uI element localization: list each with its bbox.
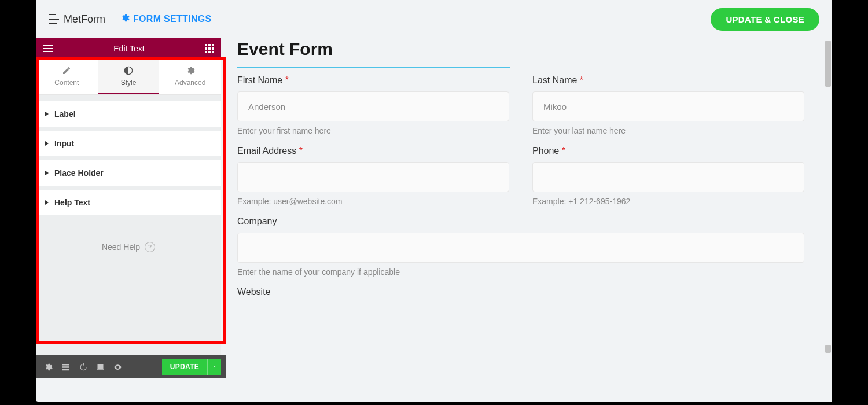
tab-style-label: Style <box>121 79 137 87</box>
update-options-button[interactable] <box>207 359 221 375</box>
first-name-label: First Name * <box>237 75 509 86</box>
email-input[interactable] <box>237 162 509 192</box>
tab-content[interactable]: Content <box>36 59 98 94</box>
form-preview: Event Form First Name * Enter your first… <box>237 38 832 402</box>
tab-style[interactable]: Style <box>98 59 160 94</box>
label-text: First Name <box>237 75 282 85</box>
phone-input[interactable] <box>532 162 804 192</box>
modal-header: MetForm FORM SETTINGS UPDATE & CLOSE <box>36 0 832 38</box>
responsive-icon[interactable] <box>91 355 109 378</box>
last-name-help: Enter your last name here <box>532 126 804 135</box>
caret-right-icon <box>45 200 49 205</box>
update-and-close-button[interactable]: UPDATE & CLOSE <box>711 8 819 31</box>
field-email[interactable]: Email Address * Example: user@website.co… <box>237 146 509 206</box>
company-help: Enter the name of your company if applic… <box>237 267 804 277</box>
panel-tabs: Content Style Advanced <box>36 59 221 95</box>
phone-help: Example: +1 212-695-1962 <box>532 197 804 206</box>
required-asterisk: * <box>562 146 565 156</box>
first-name-help: Enter your first name here <box>237 126 509 135</box>
gear-icon <box>120 13 130 25</box>
panel-footer: UPDATE <box>36 355 226 378</box>
need-help-link[interactable]: Need Help ? <box>36 219 221 275</box>
widgets-grid-icon[interactable] <box>205 44 214 53</box>
scrollbar-thumb[interactable] <box>825 345 831 353</box>
editor-sidebar: Edit Text Content Style <box>36 38 226 402</box>
required-asterisk: * <box>285 75 289 85</box>
brand: MetForm <box>49 13 105 25</box>
section-placeholder-text: Place Holder <box>54 168 104 178</box>
builder-modal: MetForm FORM SETTINGS UPDATE & CLOSE Edi… <box>36 0 832 402</box>
brand-icon <box>49 14 59 24</box>
section-label[interactable]: Label <box>36 101 221 130</box>
form-settings-label: FORM SETTINGS <box>133 14 211 24</box>
navigator-icon[interactable] <box>57 355 74 378</box>
label-text: Last Name <box>532 75 577 85</box>
tab-advanced-label: Advanced <box>175 79 205 87</box>
required-asterisk: * <box>580 75 583 85</box>
section-helptext[interactable]: Help Text <box>36 189 221 219</box>
field-first-name[interactable]: First Name * Enter your first name here <box>237 75 509 135</box>
gear-icon <box>186 66 195 75</box>
label-text: Email Address <box>237 146 296 156</box>
email-help: Example: user@website.com <box>237 197 509 206</box>
scrollbar[interactable] <box>823 38 832 402</box>
section-label-text: Label <box>54 109 76 119</box>
pencil-icon <box>62 66 71 75</box>
need-help-label: Need Help <box>102 242 140 252</box>
email-label: Email Address * <box>237 146 509 156</box>
form-title: Event Form <box>237 39 809 59</box>
required-asterisk: * <box>299 146 303 156</box>
caret-right-icon <box>45 171 49 175</box>
caret-right-icon <box>45 141 49 146</box>
settings-icon[interactable] <box>39 355 57 378</box>
field-phone[interactable]: Phone * Example: +1 212-695-1962 <box>532 146 804 206</box>
company-label: Company <box>237 216 804 227</box>
history-icon[interactable] <box>74 355 91 378</box>
last-name-input[interactable] <box>532 91 804 122</box>
section-input[interactable]: Input <box>36 130 221 160</box>
phone-label: Phone * <box>532 146 804 156</box>
menu-icon[interactable] <box>43 45 53 52</box>
field-company[interactable]: Company Enter the name of your company i… <box>237 216 804 277</box>
help-icon: ? <box>145 242 155 252</box>
first-name-input[interactable] <box>237 91 509 122</box>
tab-content-label: Content <box>54 79 79 87</box>
company-input[interactable] <box>237 233 804 263</box>
contrast-icon <box>124 66 133 75</box>
tab-advanced[interactable]: Advanced <box>159 59 221 94</box>
update-button[interactable]: UPDATE <box>162 359 207 375</box>
preview-icon[interactable] <box>109 355 126 378</box>
brand-label: MetForm <box>64 13 105 25</box>
website-label: Website <box>237 287 804 297</box>
form-settings-link[interactable]: FORM SETTINGS <box>120 13 211 25</box>
field-website[interactable]: Website <box>237 287 804 303</box>
section-input-text: Input <box>54 139 74 148</box>
panel-title: Edit Text <box>113 44 144 53</box>
panel-header: Edit Text <box>36 38 221 59</box>
field-last-name[interactable]: Last Name * Enter your last name here <box>532 75 804 135</box>
label-text: Phone <box>532 146 559 156</box>
section-placeholder[interactable]: Place Holder <box>36 160 221 189</box>
last-name-label: Last Name * <box>532 75 804 86</box>
scrollbar-thumb[interactable] <box>825 41 831 87</box>
section-helptext-text: Help Text <box>54 198 90 207</box>
caret-right-icon <box>45 112 49 116</box>
